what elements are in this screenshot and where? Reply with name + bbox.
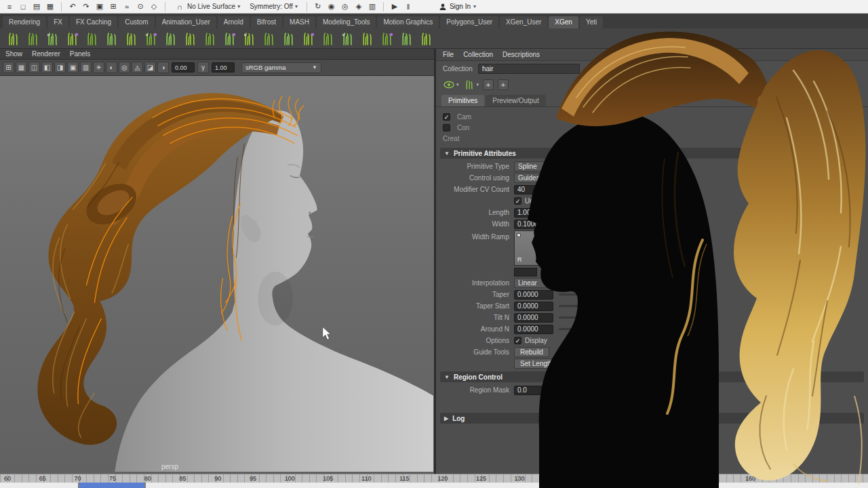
around-n-slider[interactable] xyxy=(559,328,604,330)
xgen-shelf-grass-icon[interactable] xyxy=(43,29,62,47)
width-ramp-widget[interactable]: R xyxy=(514,230,595,266)
xgen-shelf-grass-icon[interactable] xyxy=(319,29,337,47)
viewport-canvas[interactable]: persp xyxy=(0,76,434,474)
shelf-tab-motion-graphics[interactable]: Motion Graphics xyxy=(377,16,439,28)
shelf-tab-animation-user[interactable]: Animation_User xyxy=(156,16,216,28)
anim-playback-icon[interactable]: ▶ xyxy=(389,1,400,12)
add-collection-button[interactable]: + xyxy=(498,79,509,90)
taper-slider[interactable] xyxy=(559,293,604,296)
viewport-menu-renderer[interactable]: Renderer xyxy=(32,50,60,58)
xgen-shelf-grass-icon[interactable] xyxy=(417,29,435,47)
sign-in-button[interactable]: Sign In ▾ xyxy=(434,2,481,12)
xgen-shelf-grass-icon[interactable] xyxy=(102,29,121,47)
save-scene-icon[interactable]: ▦ xyxy=(45,1,56,12)
modifier-cv-count-field[interactable]: 40 xyxy=(514,185,553,195)
vp-safe-action-icon[interactable]: ▣ xyxy=(67,62,79,73)
shelf-tab-fx-caching[interactable]: FX Caching xyxy=(70,16,117,28)
primitive-type-dropdown[interactable]: Spline▾ xyxy=(514,161,563,171)
menu-icon[interactable]: ≡ xyxy=(4,1,15,12)
new-scene-icon[interactable]: □ xyxy=(18,1,28,12)
xgen-shelf-grass-icon[interactable] xyxy=(142,29,160,47)
width-slider[interactable] xyxy=(559,223,604,225)
vp-ao-icon[interactable]: ◎ xyxy=(119,62,130,73)
shelf-tab-xgen-user[interactable]: XGen_User xyxy=(500,16,547,28)
taper-start-field[interactable]: 0.0000 xyxy=(514,302,553,311)
tilt-n-slider[interactable] xyxy=(559,317,604,319)
length-slider[interactable] xyxy=(559,211,604,214)
shelf-tab-xgen[interactable]: XGen xyxy=(549,16,578,28)
xgen-shelf-grass-icon[interactable] xyxy=(161,29,180,47)
taper-field[interactable]: 0.0000 xyxy=(514,290,553,300)
xgen-shelf-grass-icon[interactable] xyxy=(4,29,22,47)
xgen-menu-descriptions[interactable]: Descriptions xyxy=(502,51,540,58)
open-scene-icon[interactable]: ▤ xyxy=(31,1,42,12)
checkbox[interactable] xyxy=(443,124,450,131)
select-mask-icon[interactable]: ▣ xyxy=(94,1,105,12)
xgen-shelf-grass-icon[interactable] xyxy=(63,29,81,47)
shelf-tab-polygons-user[interactable]: Polygons_User xyxy=(440,16,498,28)
xgen-shelf-grass-icon[interactable] xyxy=(220,29,239,47)
uniform-cvs-checkbox[interactable]: ✓ xyxy=(514,197,521,205)
xgen-shelf-grass-icon[interactable] xyxy=(299,29,317,47)
set-length-button[interactable]: Set Length xyxy=(514,359,559,369)
preview-toggle-button[interactable]: ▾ xyxy=(443,79,459,91)
time-slider[interactable]: 6065707580859095100105110115120125130135… xyxy=(0,474,868,483)
gamma-field[interactable]: 1.00 xyxy=(212,62,235,73)
render-icon[interactable]: ◉ xyxy=(326,1,337,12)
around-n-field[interactable]: 0.0000 xyxy=(514,325,553,334)
tilt-n-field[interactable]: 0.0000 xyxy=(514,313,553,323)
region-mask-slider[interactable] xyxy=(559,389,604,391)
view-transform-select[interactable]: sRGB gamma ▼ xyxy=(241,62,321,73)
xgen-shelf-grass-icon[interactable] xyxy=(397,29,416,47)
display-checkbox[interactable]: ✓ xyxy=(514,337,521,344)
exposure-icon[interactable]: ◑ xyxy=(157,62,169,73)
live-surface-dropdown[interactable]: ∩ No Live Surface ▾ xyxy=(171,1,243,13)
range-slider-handle[interactable] xyxy=(78,483,146,488)
ramp-key-handle[interactable] xyxy=(517,233,521,237)
control-using-dropdown[interactable]: Guides▾ xyxy=(514,173,563,183)
shelf-tab-mash[interactable]: MASH xyxy=(283,16,315,28)
interpolation-dropdown[interactable]: Linear▾ xyxy=(514,278,563,288)
update-preview-button[interactable]: ▾ xyxy=(463,79,479,91)
vp-resolution-gate-icon[interactable]: ◫ xyxy=(28,62,40,73)
xgen-shelf-grass-icon[interactable] xyxy=(378,29,396,47)
xgen-shelf-grass-icon[interactable] xyxy=(240,29,258,47)
snap-plane-icon[interactable]: ◇ xyxy=(149,1,159,12)
render-settings-icon[interactable]: ◈ xyxy=(353,1,364,12)
undo-icon[interactable]: ↶ xyxy=(67,1,78,12)
shelf-tab-arnold[interactable]: Arnold xyxy=(218,16,250,28)
section-log[interactable]: ▶ Log xyxy=(440,413,864,424)
xgen-shelf-grass-icon[interactable] xyxy=(181,29,199,47)
xgen-menu-file[interactable]: File xyxy=(443,51,454,58)
xgen-shelf-grass-icon[interactable] xyxy=(260,29,278,47)
collection-name-field[interactable]: hair xyxy=(478,64,580,74)
vp-shadows-icon[interactable]: ◐ xyxy=(106,62,117,73)
xgen-shelf-grass-icon[interactable] xyxy=(122,29,140,47)
xgen-shelf-grass-icon[interactable] xyxy=(338,29,357,47)
width-field[interactable]: 0.1000 xyxy=(514,220,553,229)
vp-gate-mask-icon[interactable]: ◧ xyxy=(41,62,53,73)
shelf-tab-yeti[interactable]: Yeti xyxy=(580,16,603,28)
section-primitive-attributes[interactable]: ▼ Primitive Attributes xyxy=(440,148,864,159)
display-layer-icon[interactable]: ▥ xyxy=(367,1,378,12)
vp-grid-icon[interactable]: ⊞ xyxy=(3,62,14,73)
xgen-shelf-grass-icon[interactable] xyxy=(201,29,219,47)
shelf-tab-bifrost[interactable]: Bifrost xyxy=(251,16,282,28)
rebuild-button[interactable]: Rebuild xyxy=(514,347,549,357)
shelf-tab-custom[interactable]: Custom xyxy=(119,16,154,28)
region-mask-field[interactable]: 0.0 xyxy=(514,386,553,395)
tab-primitives[interactable]: Primitives xyxy=(441,95,484,106)
viewport-menu-panels[interactable]: Panels xyxy=(70,50,91,58)
add-description-button[interactable]: + xyxy=(483,79,494,90)
snap-curve-icon[interactable]: ≈ xyxy=(121,1,132,12)
tab-preview-output[interactable]: Preview/Output xyxy=(486,95,545,106)
exposure-field[interactable]: 0.00 xyxy=(172,62,195,73)
history-icon[interactable]: ↻ xyxy=(313,1,323,12)
length-field[interactable]: 1.0000 xyxy=(514,208,553,218)
vp-xray-icon[interactable]: ◪ xyxy=(144,62,156,73)
shelf-tab-modeling-tools[interactable]: Modeling_Tools xyxy=(317,16,376,28)
ramp-value-field[interactable] xyxy=(514,268,537,277)
snap-grid-icon[interactable]: ⊞ xyxy=(108,1,119,12)
xgen-menu-collection[interactable]: Collection xyxy=(463,51,493,58)
snap-point-icon[interactable]: ⊙ xyxy=(135,1,146,12)
